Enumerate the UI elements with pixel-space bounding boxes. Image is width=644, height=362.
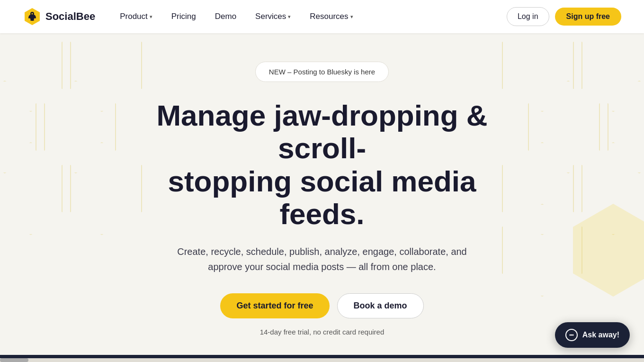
navbar: SocialBee Product ▾ Pricing Demo Service… <box>0 0 644 33</box>
nav-product[interactable]: Product ▾ <box>112 8 160 25</box>
svg-point-7 <box>571 335 572 336</box>
hex-decoration <box>528 81 608 173</box>
hero-section: NEW – Posting to Bluesky is here Manage … <box>0 33 644 355</box>
hex-decoration-filled <box>573 204 644 297</box>
hex-decoration <box>0 33 71 112</box>
svg-point-5 <box>32 13 33 15</box>
chat-label: Ask away! <box>582 331 619 339</box>
hex-decoration <box>36 81 116 173</box>
nav-left: SocialBee Product ▾ Pricing Demo Service… <box>23 7 361 26</box>
hero-buttons: Get started for free Book a demo <box>220 293 423 318</box>
nav-services[interactable]: Services ▾ <box>248 8 298 25</box>
book-demo-button[interactable]: Book a demo <box>337 293 424 318</box>
svg-point-4 <box>34 18 36 21</box>
logo-icon <box>23 7 42 26</box>
logo-text: SocialBee <box>45 10 95 23</box>
nav-resources[interactable]: Resources ▾ <box>302 8 360 25</box>
hero-footnote: 14-day free trial, no credit card requir… <box>260 328 385 336</box>
nav-demo[interactable]: Demo <box>207 8 244 25</box>
nav-links: Product ▾ Pricing Demo Services ▾ Resour… <box>112 8 360 25</box>
hex-decoration <box>573 33 644 112</box>
get-started-button[interactable]: Get started for free <box>220 293 329 318</box>
hex-decoration <box>599 81 644 173</box>
chat-widget[interactable]: Ask away! <box>555 322 630 348</box>
svg-point-8 <box>572 335 573 336</box>
chat-bubble-icon <box>565 329 578 341</box>
nav-pricing[interactable]: Pricing <box>164 8 204 25</box>
hex-decoration <box>573 142 644 235</box>
logo[interactable]: SocialBee <box>23 7 95 26</box>
chevron-down-icon: ▾ <box>150 14 152 20</box>
nav-right: Log in Sign up free <box>507 7 621 26</box>
signup-button[interactable]: Sign up free <box>555 8 621 26</box>
hero-badge[interactable]: NEW – Posting to Bluesky is here <box>255 62 389 82</box>
chevron-down-icon-2: ▾ <box>288 14 291 20</box>
chevron-down-icon-3: ▾ <box>350 14 353 20</box>
login-button[interactable]: Log in <box>507 7 549 26</box>
hero-title: Manage jaw-dropping & scroll- stopping s… <box>128 99 516 231</box>
svg-point-3 <box>28 18 31 21</box>
hero-subtitle: Create, recycle, schedule, publish, anal… <box>166 244 478 274</box>
hex-decoration <box>0 142 71 235</box>
hex-decoration <box>0 81 45 173</box>
page-scrollbar[interactable] <box>0 358 644 362</box>
svg-point-6 <box>569 335 571 336</box>
scrollbar-thumb <box>0 358 28 362</box>
